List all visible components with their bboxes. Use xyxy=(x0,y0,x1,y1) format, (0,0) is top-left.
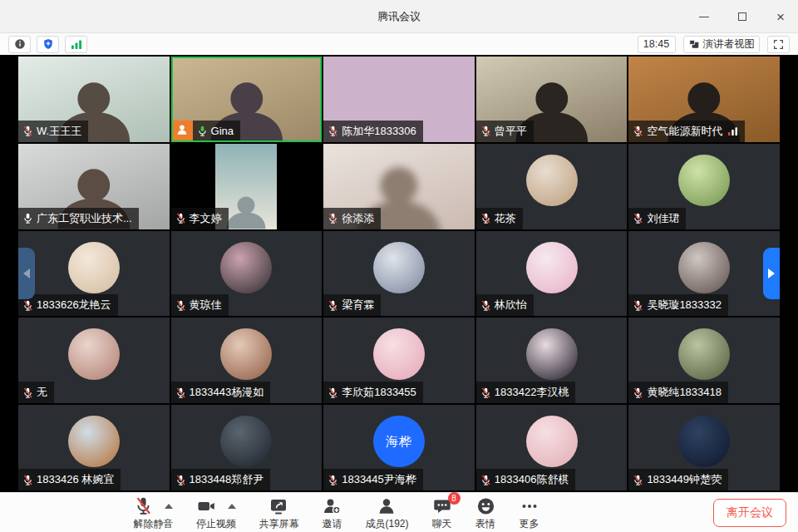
participant-tile[interactable]: Gina xyxy=(171,57,323,142)
participant-tile[interactable]: 李文婷 xyxy=(171,144,323,229)
tile-bottom-bar: 花茶 xyxy=(476,208,523,229)
fullscreen-button[interactable] xyxy=(767,36,790,53)
minimize-button[interactable] xyxy=(695,7,713,26)
participant-name: 陈加华1833306 xyxy=(342,124,416,139)
participant-tile[interactable]: 梁育霖 xyxy=(323,231,475,317)
participant-tile[interactable]: 徐添添 xyxy=(323,144,475,229)
mic-muted-icon xyxy=(480,125,492,137)
participant-tile[interactable]: 1833426 林婉宜 xyxy=(18,405,170,490)
toolbar-item-label: 更多 xyxy=(520,517,539,531)
previous-page-button[interactable] xyxy=(18,248,35,299)
tile-bottom-bar: 无 xyxy=(18,382,54,403)
participant-tile[interactable]: 无 xyxy=(18,318,170,403)
tile-bottom-bar: 1833422李汉桃 xyxy=(476,382,576,403)
avatar xyxy=(526,155,578,206)
participant-name: 花茶 xyxy=(495,211,516,226)
toolbar-chat-button[interactable]: 8 聊天 xyxy=(431,494,453,531)
participant-name-bar: 徐添添 xyxy=(323,208,381,229)
participant-name: 李文婷 xyxy=(190,211,222,226)
tile-bottom-bar: 吴晓璇1833332 xyxy=(628,294,728,316)
participant-tile[interactable]: 吴晓璇1833332 xyxy=(628,231,780,317)
toolbar-stop-video-button[interactable]: 停止视频 xyxy=(195,494,236,531)
next-page-button[interactable] xyxy=(763,248,780,299)
participant-name-bar: 花茶 xyxy=(476,208,523,229)
share-icon xyxy=(268,496,289,516)
tile-bottom-bar: 陈加华1833306 xyxy=(323,121,423,142)
toolbar-emoji-button[interactable]: 表情 xyxy=(475,494,496,531)
mic-muted-icon xyxy=(632,474,644,486)
maximize-icon xyxy=(738,12,746,21)
tile-bottom-bar: 林欣怡 xyxy=(476,294,534,316)
participant-tile[interactable]: 海桦 1833445尹海桦 xyxy=(323,405,475,490)
participant-name-bar: 黄琼佳 xyxy=(171,294,229,316)
network-signal-icon xyxy=(71,38,82,50)
avatar xyxy=(68,242,120,293)
participant-tile[interactable]: 1833448郑舒尹 xyxy=(171,405,323,490)
participant-tile[interactable]: 1833449钟楚荧 xyxy=(628,405,780,490)
participant-name: 徐添添 xyxy=(342,211,374,226)
participant-tile[interactable]: 黄琼佳 xyxy=(171,231,323,317)
participant-tile[interactable]: 刘佳珺 xyxy=(628,144,780,229)
security-button[interactable] xyxy=(37,36,59,53)
participant-tile[interactable]: 陈加华1833306 xyxy=(323,57,475,142)
caret-up-icon[interactable] xyxy=(165,504,173,509)
toolbar-invite-button[interactable]: 邀请 xyxy=(321,494,342,531)
participant-tile[interactable]: 1833422李汉桃 xyxy=(476,318,628,403)
maximize-button[interactable] xyxy=(733,7,751,26)
toolbar-members-button[interactable]: 成员(192) xyxy=(365,494,408,531)
avatar xyxy=(678,416,730,467)
participant-name-bar: 陈加华1833306 xyxy=(323,121,423,142)
mic-muted-icon xyxy=(632,299,644,312)
participant-tile[interactable]: 李欣茹1833455 xyxy=(323,318,475,403)
speaker-view-button[interactable]: 演讲者视图 xyxy=(683,36,761,53)
close-button[interactable]: × xyxy=(771,7,790,26)
close-icon: × xyxy=(776,10,785,24)
participant-name: 1833449钟楚荧 xyxy=(647,472,722,487)
participant-tile[interactable]: 黄晓纯1833418 xyxy=(628,318,780,403)
toolbar-more-button[interactable]: 更多 xyxy=(519,494,540,531)
participant-name: 1833406陈舒棋 xyxy=(495,472,569,487)
participant-name: W.王王王 xyxy=(37,124,81,139)
chevron-right-icon xyxy=(768,268,775,278)
caret-up-icon[interactable] xyxy=(228,504,236,509)
mic-muted-icon xyxy=(632,125,644,137)
participant-name: 黄琼佳 xyxy=(190,298,222,313)
fullscreen-icon xyxy=(773,39,784,50)
participant-tile[interactable]: W.王王王 xyxy=(18,57,170,142)
tile-bottom-bar: 曾平平 xyxy=(476,121,534,142)
participant-tile[interactable]: 广东工贸职业技术... xyxy=(18,144,170,229)
title-bar: 腾讯会议 × xyxy=(0,0,798,33)
toolbar-share-screen-button[interactable]: 共享屏幕 xyxy=(259,494,298,531)
participant-tile[interactable]: 花茶 xyxy=(476,144,628,229)
mic-muted-icon xyxy=(175,212,187,224)
mic-active-icon xyxy=(196,125,209,137)
participant-tile[interactable]: 1833443杨漫如 xyxy=(171,318,323,403)
participant-name-bar: 无 xyxy=(18,382,54,403)
mic-muted-icon xyxy=(175,387,187,399)
participant-name-bar: 1833626龙艳云 xyxy=(18,294,118,316)
avatar xyxy=(373,328,425,380)
participant-tile[interactable]: 1833406陈舒棋 xyxy=(476,405,628,490)
mic-muted-icon xyxy=(327,299,339,312)
participant-tile[interactable]: 1833626龙艳云 xyxy=(18,231,170,317)
toolbar-item-label: 表情 xyxy=(475,517,495,531)
participant-grid: W.王王王 Gina 陈加华1833306 曾平平 xyxy=(18,57,780,490)
participant-name-bar: 林欣怡 xyxy=(476,294,534,316)
status-bar-right: 18:45 演讲者视图 xyxy=(638,36,791,53)
toolbar-item-label: 聊天 xyxy=(432,517,452,531)
avatar xyxy=(678,242,730,293)
participant-tile[interactable]: 林欣怡 xyxy=(476,231,628,317)
toolbar-unmute-button[interactable]: 解除静音 xyxy=(133,494,173,531)
meeting-info-button[interactable] xyxy=(8,36,31,53)
meeting-timer: 18:45 xyxy=(638,36,676,53)
minimize-icon xyxy=(699,17,709,17)
tencent-meeting-window: 腾讯会议 × 18:45 演讲者视图 xyxy=(0,0,798,532)
participant-name-bar: 1833406陈舒棋 xyxy=(476,469,576,490)
tile-bottom-bar: 1833445尹海桦 xyxy=(323,469,423,490)
participant-tile[interactable]: 曾平平 xyxy=(476,57,628,142)
participant-name-bar: 黄晓纯1833418 xyxy=(628,382,728,403)
leave-meeting-button[interactable]: 离开会议 xyxy=(713,499,786,527)
network-status-button[interactable] xyxy=(65,36,87,53)
participant-name: 曾平平 xyxy=(495,124,527,139)
participant-tile[interactable]: 空气能源新时代 xyxy=(628,57,780,142)
